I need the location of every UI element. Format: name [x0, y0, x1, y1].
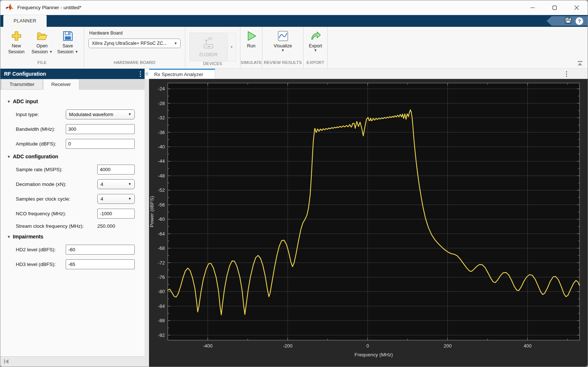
group-label-file: FILE [0, 60, 84, 68]
device-name: ZU28DR [199, 52, 218, 57]
section-title: ADC input [13, 98, 38, 104]
svg-text:-80: -80 [158, 289, 165, 294]
field-input[interactable] [97, 209, 135, 219]
svg-text:-24: -24 [158, 86, 165, 91]
svg-text:400: 400 [524, 343, 532, 349]
plot-menu-icon[interactable] [566, 71, 567, 77]
collapse-ribbon-button[interactable] [577, 61, 583, 66]
dropdown-value: 4 [101, 181, 103, 187]
field-input[interactable] [66, 245, 135, 255]
ribbon-tab-strip: PLANNER ? [0, 15, 588, 27]
section-header[interactable]: ▼ADC configuration [7, 154, 145, 159]
drag-handle-icon[interactable] [145, 69, 149, 79]
close-button[interactable] [566, 0, 588, 15]
button-label: Session [8, 49, 24, 55]
quick-save-icon[interactable] [565, 17, 572, 25]
toolbar-spacer [328, 27, 588, 68]
help-icon[interactable]: ? [576, 17, 583, 25]
group-label-simulate: SIMULATE [240, 60, 262, 68]
collapse-ribbon-icon [578, 61, 582, 62]
panel-divider[interactable] [145, 69, 149, 367]
svg-text:-84: -84 [158, 303, 165, 309]
field-input[interactable] [97, 165, 135, 174]
group-export: Export ▼ EXPORT [304, 27, 328, 68]
panel-menu-icon[interactable] [140, 71, 141, 77]
form-row: Samples per clock cycle:4▼ [16, 194, 135, 204]
section-header[interactable]: ▼ADC input [7, 98, 145, 104]
chevron-down-icon: ▼ [230, 46, 233, 49]
collapse-ribbon-icon [578, 63, 582, 65]
form-row: Decimation mode (xN):4▼ [16, 179, 135, 189]
button-label: Session [32, 49, 48, 55]
field-input[interactable] [66, 259, 135, 269]
svg-text:-28: -28 [158, 101, 165, 106]
spectrum-chart[interactable]: -400-2000200400-24-28-32-36-40-44-48-52-… [149, 79, 588, 367]
panel-header: RF Configuration [0, 69, 145, 79]
field-dropdown[interactable]: 4▼ [97, 179, 135, 189]
maximize-button[interactable] [544, 0, 566, 15]
svg-text:-56: -56 [158, 202, 165, 208]
form-row: Input type:Modulated waveform▼ [16, 109, 135, 119]
section-title: Impairments [13, 234, 43, 240]
field-dropdown[interactable]: 4▼ [97, 194, 135, 204]
field-label: Input type: [16, 112, 66, 117]
svg-text:-32: -32 [158, 115, 165, 120]
svg-text:-60: -60 [158, 216, 165, 222]
group-devices: ZU28DR ▼ DEVICES [185, 27, 240, 68]
spectrum-plot[interactable]: -400-2000200400-24-28-32-36-40-44-48-52-… [149, 79, 588, 367]
config-form: ▼ADC inputInput type:Modulated waveform▼… [0, 90, 145, 356]
panel-tabs: Transmitter Receiver [0, 79, 145, 90]
run-button[interactable]: Run [242, 30, 261, 49]
tab-receiver[interactable]: Receiver [43, 79, 79, 90]
tab-rx-spectrum-analyzer[interactable]: Rx Spectrum Analyzer [149, 69, 215, 79]
svg-text:-40: -40 [158, 144, 165, 150]
form-row: Bandwidth (MHz): [16, 124, 135, 134]
collapse-panel-icon[interactable] [3, 359, 9, 366]
titlebar: Frequency Planner - untitled* [0, 0, 588, 15]
export-button[interactable]: Export ▼ [305, 30, 327, 52]
save-disk-icon [62, 30, 73, 43]
device-gallery-item[interactable]: ZU28DR [189, 33, 228, 61]
new-session-icon [11, 30, 22, 43]
button-label: Visualize [274, 43, 292, 49]
form-row: Stream clock frequency (MHz):250.000 [16, 223, 135, 229]
button-label: Session [57, 49, 73, 55]
quick-access-toolbar: ? [547, 16, 588, 26]
tab-planner[interactable]: PLANNER [3, 15, 47, 27]
svg-text:-52: -52 [158, 187, 165, 193]
field-input[interactable] [66, 124, 135, 134]
field-input[interactable] [66, 139, 135, 149]
hardware-board-dropdown[interactable]: Xilinx Zynq UltraScale+ RFSoC ZC... ▼ [88, 39, 181, 48]
group-label-devices: DEVICES [185, 61, 240, 68]
device-gallery-dropdown[interactable]: ▼ [228, 33, 236, 61]
svg-text:Frequency (MHz): Frequency (MHz) [355, 352, 393, 357]
matlab-logo-icon [6, 3, 14, 12]
form-row: Sample rate (MSPS): [16, 165, 135, 174]
field-dropdown[interactable]: Modulated waveform▼ [66, 109, 135, 119]
minimize-button[interactable] [522, 0, 544, 15]
sdr-device-icon [201, 37, 216, 51]
group-label-review: REVIEW RESULTS [262, 60, 303, 68]
svg-text:-64: -64 [158, 231, 165, 237]
svg-text:-68: -68 [158, 245, 165, 251]
svg-text:-92: -92 [158, 332, 165, 338]
form-row: Amplitude (dBFS): [16, 139, 135, 149]
visualize-button[interactable]: Visualize ▼ [266, 30, 300, 52]
collapse-section-icon[interactable]: ▼ [7, 155, 11, 159]
collapse-section-icon[interactable]: ▼ [7, 100, 11, 104]
field-static-value: 250.000 [97, 223, 135, 229]
section-header[interactable]: ▼Impairments [7, 234, 145, 240]
tab-transmitter[interactable]: Transmitter [1, 79, 43, 89]
new-session-button[interactable]: New Session [4, 30, 29, 55]
chevron-down-icon: ▼ [49, 50, 52, 54]
field-label: Amplitude (dBFS): [16, 141, 66, 147]
save-session-button[interactable]: Save Session▼ [56, 30, 80, 55]
open-session-button[interactable]: Open Session▼ [30, 30, 54, 55]
form-row: HD2 level (dBFS): [16, 245, 135, 255]
chevron-down-icon: ▼ [281, 49, 284, 52]
chevron-down-icon: ▼ [75, 50, 78, 54]
collapse-section-icon[interactable]: ▼ [7, 235, 11, 239]
svg-text:-200: -200 [283, 343, 293, 349]
group-label-export: EXPORT [304, 60, 327, 68]
app-window: Frequency Planner - untitled* PLANNER [0, 0, 588, 367]
